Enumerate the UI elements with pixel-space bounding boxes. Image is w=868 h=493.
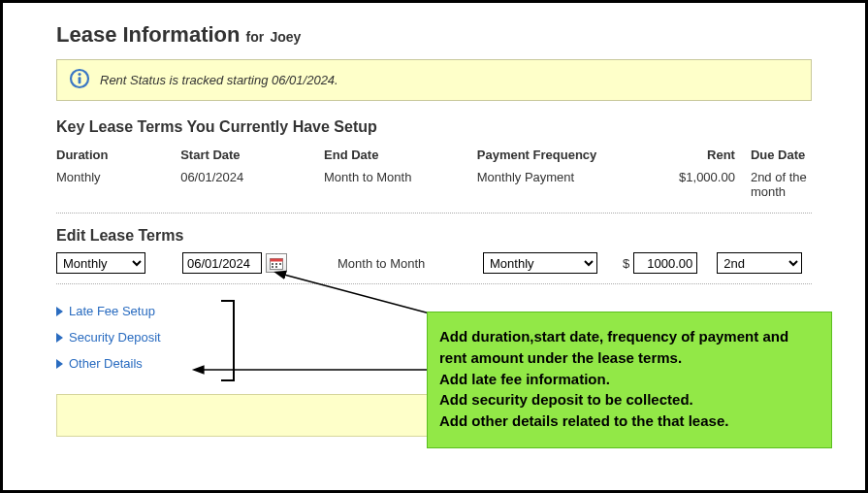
col-header-duration: Duration <box>56 144 180 166</box>
info-icon <box>69 68 90 92</box>
currency-label: $ <box>623 256 629 271</box>
callout-line-1: Add duration,start date, frequency of pa… <box>439 326 820 369</box>
val-due: 2nd of the month <box>735 166 812 203</box>
due-date-select[interactable]: 2nd <box>717 252 802 274</box>
svg-rect-2 <box>79 77 81 83</box>
col-header-due: Due Date <box>735 144 812 166</box>
title-for: for <box>246 29 265 45</box>
val-duration: Monthly <box>56 166 180 203</box>
other-label: Other Details <box>69 356 143 371</box>
end-date-static: Month to Month <box>338 256 483 271</box>
edit-row: Monthly Month to Month Monthly $ 2nd <box>56 252 812 274</box>
annotation-callout: Add duration,start date, frequency of pa… <box>427 312 832 448</box>
title-main: Lease Information <box>56 22 240 47</box>
chevron-right-icon <box>56 359 63 369</box>
svg-rect-8 <box>272 266 273 268</box>
svg-rect-9 <box>275 266 277 268</box>
start-date-input[interactable] <box>182 252 262 274</box>
info-banner: Rent Status is tracked starting 06/01/20… <box>56 59 812 101</box>
svg-rect-6 <box>275 263 277 265</box>
edit-terms-title: Edit Lease Terms <box>56 227 812 245</box>
svg-rect-5 <box>272 263 273 265</box>
val-start: 06/01/2024 <box>180 166 324 203</box>
svg-point-1 <box>78 73 80 76</box>
svg-rect-7 <box>279 263 281 265</box>
callout-line-4: Add other details related to the that le… <box>439 411 820 432</box>
late-fee-label: Late Fee Setup <box>69 304 155 318</box>
svg-rect-4 <box>271 258 283 261</box>
col-header-freq: Payment Frequency <box>477 144 659 166</box>
page-title: Lease Information for Joey <box>56 22 812 48</box>
callout-line-3: Add security deposit to be collected. <box>439 389 820 411</box>
val-rent: $1,000.00 <box>659 166 735 203</box>
info-message: Rent Status is tracked starting 06/01/20… <box>100 73 338 87</box>
chevron-right-icon <box>56 307 63 316</box>
separator-2 <box>56 283 812 284</box>
col-header-rent: Rent <box>659 144 735 166</box>
rent-input[interactable] <box>633 252 697 274</box>
security-label: Security Deposit <box>69 330 161 345</box>
key-terms-title: Key Lease Terms You Currently Have Setup <box>56 118 812 136</box>
col-header-start: Start Date <box>180 144 324 166</box>
calendar-icon <box>270 257 283 270</box>
separator <box>56 213 812 214</box>
key-terms-table: Duration Start Date End Date Payment Fre… <box>56 144 812 203</box>
title-tenant: Joey <box>270 29 301 45</box>
val-freq: Monthly Payment <box>477 166 659 203</box>
duration-select[interactable]: Monthly <box>56 252 145 274</box>
col-header-end: End Date <box>324 144 477 166</box>
chevron-right-icon <box>56 333 63 343</box>
bracket-annotation <box>221 300 235 381</box>
calendar-button[interactable] <box>266 253 287 273</box>
callout-line-2: Add late fee information. <box>439 369 820 390</box>
val-end: Month to Month <box>324 166 477 203</box>
frequency-select[interactable]: Monthly <box>483 252 597 274</box>
